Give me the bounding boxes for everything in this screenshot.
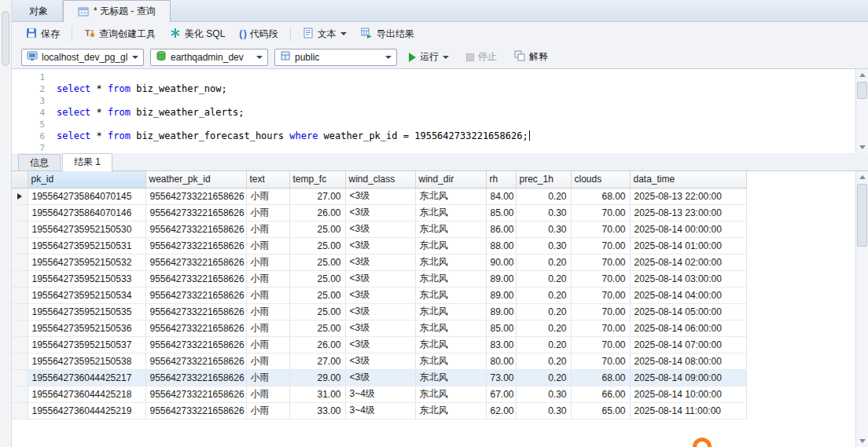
row-marker[interactable] <box>12 303 28 320</box>
cell-rh[interactable]: 62.00 <box>486 402 516 419</box>
cell-data_time[interactable]: 2025-08-13 23:00:00 <box>630 204 746 221</box>
scroll-down-icon[interactable] <box>856 435 868 447</box>
table-row[interactable]: 1955642736044425218955642733221658626小雨3… <box>12 386 746 402</box>
cell-wind_class[interactable]: <3级 <box>345 287 415 303</box>
column-header-text[interactable]: text <box>246 171 289 188</box>
cell-text[interactable]: 小雨 <box>246 320 289 336</box>
cell-clouds[interactable]: 70.00 <box>571 221 630 237</box>
cell-rh[interactable]: 88.00 <box>486 237 516 254</box>
cell-temp_fc[interactable]: 26.00 <box>289 204 345 221</box>
table-row[interactable]: 1955642735952150531955642733221658626小雨2… <box>12 237 746 254</box>
cell-data_time[interactable]: 2025-08-14 09:00:00 <box>630 369 746 386</box>
cell-wind_class[interactable]: <3级 <box>345 303 415 320</box>
cell-weather_pk_id[interactable]: 955642733221658626 <box>145 402 246 419</box>
cell-temp_fc[interactable]: 33.00 <box>289 402 345 419</box>
row-marker[interactable] <box>12 336 28 353</box>
code-line[interactable]: select * from biz_weather_now; <box>57 83 854 95</box>
column-header-data_time[interactable]: data_time <box>630 171 746 188</box>
cell-pk_id[interactable]: 1955642735952150531 <box>28 237 145 254</box>
cell-prec_1h[interactable]: 0.20 <box>516 369 571 386</box>
cell-rh[interactable]: 86.00 <box>486 221 516 237</box>
cell-data_time[interactable]: 2025-08-14 04:00:00 <box>630 287 746 303</box>
cell-wind_class[interactable]: <3级 <box>345 270 415 287</box>
tab-info[interactable]: 信息 <box>18 154 61 170</box>
cell-temp_fc[interactable]: 25.00 <box>289 287 345 303</box>
cell-wind_class[interactable]: <3级 <box>345 320 415 336</box>
cell-data_time[interactable]: 2025-08-14 11:00:00 <box>630 402 746 419</box>
query-builder-button[interactable]: T 查询创建工具 <box>78 25 162 43</box>
cell-data_time[interactable]: 2025-08-14 01:00:00 <box>630 237 746 254</box>
cell-wind_dir[interactable]: 东北风 <box>415 270 486 287</box>
cell-text[interactable]: 小雨 <box>246 303 289 320</box>
cell-rh[interactable]: 83.00 <box>486 336 516 353</box>
cell-wind_dir[interactable]: 东北风 <box>415 204 486 221</box>
row-marker[interactable] <box>12 204 28 221</box>
column-header-prec_1h[interactable]: prec_1h <box>516 171 571 188</box>
cell-text[interactable]: 小雨 <box>246 221 289 237</box>
cell-pk_id[interactable]: 1955642735952150530 <box>28 221 145 237</box>
cell-text[interactable]: 小雨 <box>246 254 289 270</box>
editor-code[interactable]: select * from biz_weather_now;select * f… <box>57 71 854 153</box>
cell-weather_pk_id[interactable]: 955642733221658626 <box>145 386 246 402</box>
table-row[interactable]: 1955642735952150535955642733221658626小雨2… <box>12 303 746 320</box>
cell-wind_dir[interactable]: 东北风 <box>415 336 486 353</box>
cell-text[interactable]: 小雨 <box>246 369 289 386</box>
table-row[interactable]: 1955642736044425219955642733221658626小雨3… <box>12 402 746 419</box>
cell-clouds[interactable]: 70.00 <box>571 204 630 221</box>
cell-temp_fc[interactable]: 29.00 <box>289 369 345 386</box>
cell-temp_fc[interactable]: 25.00 <box>289 303 345 320</box>
cell-clouds[interactable]: 66.00 <box>571 386 630 402</box>
cell-prec_1h[interactable]: 0.20 <box>516 303 571 320</box>
column-header-weather_pk_id[interactable]: weather_pk_id <box>145 171 246 188</box>
row-marker[interactable] <box>12 221 28 237</box>
cell-data_time[interactable]: 2025-08-14 00:00:00 <box>630 221 746 237</box>
database-select[interactable]: earthqadmin_dev <box>150 49 268 66</box>
cell-weather_pk_id[interactable]: 955642733221658626 <box>145 369 246 386</box>
code-line[interactable]: select * from biz_weather_alerts; <box>57 107 854 119</box>
cell-weather_pk_id[interactable]: 955642733221658626 <box>145 270 246 287</box>
cell-prec_1h[interactable]: 0.20 <box>516 188 571 204</box>
cell-rh[interactable]: 90.00 <box>486 254 516 270</box>
table-row[interactable]: 1955642735952150530955642733221658626小雨2… <box>12 221 746 237</box>
cell-weather_pk_id[interactable]: 955642733221658626 <box>145 237 246 254</box>
cell-text[interactable]: 小雨 <box>246 336 289 353</box>
explain-button[interactable]: 解释 <box>509 49 554 65</box>
row-marker[interactable] <box>12 237 28 254</box>
cell-text[interactable]: 小雨 <box>246 188 289 204</box>
column-header-wind_class[interactable]: wind_class <box>345 171 415 188</box>
cell-wind_class[interactable]: 3~4级 <box>345 402 415 419</box>
table-row[interactable]: 1955642735952150534955642733221658626小雨2… <box>12 287 746 303</box>
row-marker[interactable] <box>12 402 28 419</box>
results-scrollbar[interactable] <box>855 171 868 447</box>
cell-weather_pk_id[interactable]: 955642733221658626 <box>145 353 246 369</box>
cell-wind_dir[interactable]: 东北风 <box>415 353 486 369</box>
cell-prec_1h[interactable]: 0.20 <box>516 287 571 303</box>
code-snippet-button[interactable]: ( ) 代码段 <box>233 25 284 43</box>
tab-objects[interactable]: 对象 <box>15 1 63 21</box>
cell-wind_dir[interactable]: 东北风 <box>415 287 486 303</box>
table-row[interactable]: 1955642735864070146955642733221658626小雨2… <box>12 204 746 221</box>
cell-data_time[interactable]: 2025-08-14 03:00:00 <box>630 270 746 287</box>
cell-weather_pk_id[interactable]: 955642733221658626 <box>145 287 246 303</box>
tab-result-1[interactable]: 结果 1 <box>62 153 112 171</box>
cell-data_time[interactable]: 2025-08-14 10:00:00 <box>630 386 746 402</box>
schema-select[interactable]: public <box>274 49 397 66</box>
cell-wind_dir[interactable]: 东北风 <box>415 402 486 419</box>
cell-temp_fc[interactable]: 25.00 <box>289 254 345 270</box>
cell-text[interactable]: 小雨 <box>246 237 289 254</box>
cell-pk_id[interactable]: 1955642735952150536 <box>28 320 145 336</box>
cell-data_time[interactable]: 2025-08-14 06:00:00 <box>630 320 746 336</box>
row-marker[interactable] <box>12 270 28 287</box>
cell-wind_dir[interactable]: 东北风 <box>415 386 486 402</box>
cell-wind_class[interactable]: <3级 <box>345 237 415 254</box>
cell-pk_id[interactable]: 1955642735952150534 <box>28 287 145 303</box>
tab-query[interactable]: * 无标题 - 查询 <box>63 0 171 22</box>
cell-clouds[interactable]: 70.00 <box>571 287 630 303</box>
cell-pk_id[interactable]: 1955642736044425218 <box>28 386 145 402</box>
column-header-wind_dir[interactable]: wind_dir <box>415 171 486 188</box>
row-marker[interactable] <box>12 254 28 270</box>
cell-pk_id[interactable]: 1955642736044425217 <box>28 369 145 386</box>
cell-rh[interactable]: 89.00 <box>486 270 516 287</box>
cell-weather_pk_id[interactable]: 955642733221658626 <box>145 303 246 320</box>
cell-prec_1h[interactable]: 0.30 <box>516 402 571 419</box>
